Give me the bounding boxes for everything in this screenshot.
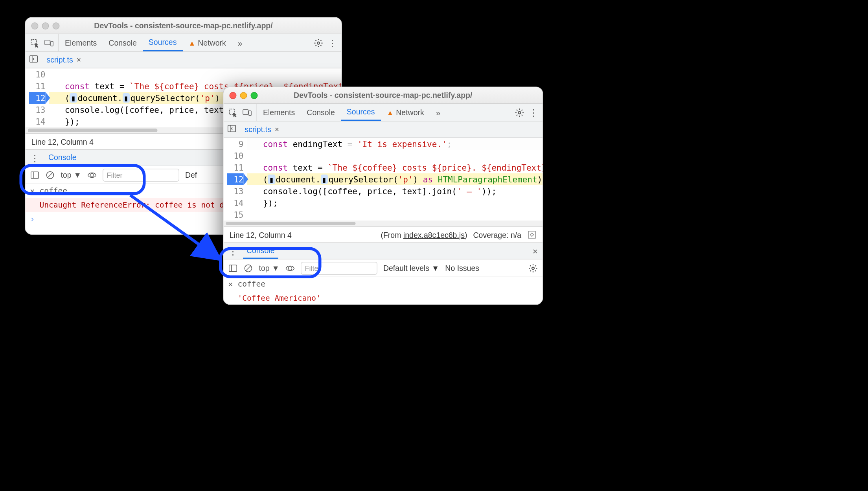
settings-gear-icon[interactable] bbox=[314, 38, 323, 48]
console-filter-input[interactable]: Filter bbox=[301, 261, 377, 274]
gutter-line[interactable]: 10 bbox=[29, 68, 46, 80]
svg-point-3 bbox=[317, 42, 320, 44]
code-line[interactable]: console.log([coffee, price, text].join('… bbox=[247, 185, 543, 197]
gutter-line[interactable]: 13 bbox=[227, 185, 244, 197]
chevron-down-icon: ▼ bbox=[272, 264, 280, 273]
traffic-minimize[interactable] bbox=[240, 92, 247, 99]
gutter-line[interactable]: 10 bbox=[227, 150, 244, 162]
chevron-down-icon: ▼ bbox=[74, 171, 81, 180]
gutter-line[interactable]: 9 bbox=[227, 138, 244, 150]
svg-rect-13 bbox=[249, 110, 251, 115]
file-tab-label: script.ts bbox=[47, 55, 73, 64]
console-toolbar: top▼ Filter Default levels▼ No Issues bbox=[224, 259, 543, 277]
console-body[interactable]: ✕ coffee 'Coffee Americano' › bbox=[224, 277, 543, 305]
inspect-icon[interactable] bbox=[30, 38, 40, 48]
more-tabs-icon[interactable] bbox=[430, 104, 446, 121]
svg-rect-12 bbox=[243, 109, 248, 114]
collapse-icon[interactable] bbox=[527, 230, 537, 239]
navigator-toggle-icon[interactable] bbox=[227, 123, 237, 135]
drawer-header: Console × bbox=[224, 243, 543, 259]
device-icon[interactable] bbox=[44, 38, 54, 48]
drawer-menu-icon[interactable] bbox=[228, 246, 237, 256]
tab-network-label: Network bbox=[396, 108, 424, 117]
svg-line-9 bbox=[48, 173, 53, 177]
file-tab-script[interactable]: script.ts × bbox=[44, 55, 84, 64]
titlebar[interactable]: DevTools - consistent-source-map-pc.netl… bbox=[26, 18, 342, 34]
gutter-line[interactable]: 15 bbox=[227, 209, 244, 221]
drawer-menu-icon[interactable] bbox=[30, 153, 39, 163]
inspect-icon[interactable] bbox=[228, 108, 238, 117]
traffic-minimize[interactable] bbox=[42, 22, 49, 29]
console-output-value: 'Coffee Americano' bbox=[238, 292, 321, 304]
close-file-icon[interactable]: × bbox=[77, 55, 81, 64]
gutter-line[interactable]: 12 bbox=[227, 173, 244, 185]
context-selector[interactable]: top▼ bbox=[259, 264, 280, 273]
horizontal-scrollbar[interactable] bbox=[224, 221, 543, 226]
navigator-toggle-icon[interactable] bbox=[29, 54, 39, 66]
gutter-line[interactable]: 14 bbox=[227, 197, 244, 209]
gutter-line[interactable]: 13 bbox=[29, 104, 46, 116]
tab-elements[interactable]: Elements bbox=[59, 34, 103, 51]
drawer-close-icon[interactable]: × bbox=[533, 246, 538, 256]
kebab-menu-icon[interactable] bbox=[529, 107, 538, 118]
code-line[interactable]: const text = `The ${coffee} costs ${pric… bbox=[247, 162, 543, 173]
tab-network[interactable]: ▲ Network bbox=[182, 34, 232, 51]
code-line[interactable]: }); bbox=[247, 197, 543, 209]
code-line[interactable]: const endingText = 'It is expensive.'; bbox=[247, 138, 543, 150]
file-tab-label: script.ts bbox=[245, 125, 271, 134]
statusbar: Line 12, Column 4 (From index.a8c1ec6b.j… bbox=[224, 226, 543, 243]
code-line[interactable]: (▮document.▮querySelector('p') as HTMLPa… bbox=[247, 173, 543, 185]
file-tab-script[interactable]: script.ts × bbox=[243, 125, 282, 134]
console-settings-gear-icon[interactable] bbox=[528, 263, 538, 273]
gutter-line[interactable]: 11 bbox=[227, 162, 244, 173]
titlebar[interactable]: DevTools - consistent-source-map-pc.netl… bbox=[224, 87, 543, 104]
tab-sources[interactable]: Sources bbox=[341, 104, 381, 121]
live-expression-icon[interactable] bbox=[285, 263, 295, 273]
svg-rect-18 bbox=[229, 265, 237, 272]
sourcemap-link[interactable]: index.a8c1ec6b.js bbox=[403, 230, 465, 239]
console-filter-input[interactable]: Filter bbox=[103, 168, 179, 181]
more-tabs-icon[interactable] bbox=[232, 34, 248, 51]
svg-line-21 bbox=[246, 266, 251, 270]
live-expression-icon[interactable] bbox=[87, 170, 97, 180]
traffic-close[interactable] bbox=[31, 22, 39, 29]
drawer-tab-console[interactable]: Console bbox=[45, 150, 80, 166]
gutter-line[interactable]: 11 bbox=[29, 80, 46, 92]
traffic-zoom[interactable] bbox=[53, 22, 60, 29]
log-levels-selector[interactable]: Def bbox=[185, 171, 197, 180]
close-file-icon[interactable]: × bbox=[275, 125, 279, 134]
tab-sources[interactable]: Sources bbox=[143, 34, 183, 51]
log-levels-selector[interactable]: Default levels▼ bbox=[383, 264, 439, 273]
tab-network[interactable]: ▲ Network bbox=[381, 104, 430, 121]
traffic-zoom[interactable] bbox=[251, 92, 258, 99]
svg-rect-1 bbox=[45, 40, 50, 44]
console-error-text: Uncaught ReferenceError: coffee is not d… bbox=[40, 199, 238, 211]
traffic-close[interactable] bbox=[230, 92, 237, 99]
context-selector[interactable]: top▼ bbox=[61, 171, 81, 180]
error-x-icon: ✕ bbox=[30, 185, 40, 197]
gutter-line[interactable]: 12 bbox=[29, 92, 46, 104]
drawer-tab-console[interactable]: Console bbox=[243, 243, 278, 259]
tab-elements[interactable]: Elements bbox=[257, 104, 301, 121]
code-line[interactable] bbox=[247, 209, 543, 221]
tab-console[interactable]: Console bbox=[103, 34, 143, 51]
gutter-line[interactable]: 14 bbox=[29, 116, 46, 127]
code-line[interactable] bbox=[49, 68, 342, 80]
console-sidebar-toggle-icon[interactable] bbox=[228, 263, 238, 273]
from-sourcemap: (From index.a8c1ec6b.js) bbox=[381, 230, 467, 239]
device-icon[interactable] bbox=[243, 108, 252, 117]
console-sidebar-toggle-icon[interactable] bbox=[30, 170, 40, 180]
warning-icon: ▲ bbox=[188, 39, 195, 47]
tab-console[interactable]: Console bbox=[301, 104, 341, 121]
code-line[interactable] bbox=[247, 150, 543, 162]
file-tabbar: script.ts × bbox=[26, 52, 342, 68]
close-x-icon[interactable]: ✕ bbox=[228, 278, 238, 290]
code-editor[interactable]: 9101112131415 const endingText = 'It is … bbox=[224, 138, 543, 221]
kebab-menu-icon[interactable] bbox=[328, 37, 337, 48]
clear-console-icon[interactable] bbox=[46, 170, 55, 180]
settings-gear-icon[interactable] bbox=[515, 108, 524, 117]
svg-rect-15 bbox=[228, 125, 236, 132]
svg-rect-2 bbox=[51, 41, 53, 46]
no-issues-label[interactable]: No Issues bbox=[445, 264, 479, 273]
clear-console-icon[interactable] bbox=[244, 263, 253, 273]
